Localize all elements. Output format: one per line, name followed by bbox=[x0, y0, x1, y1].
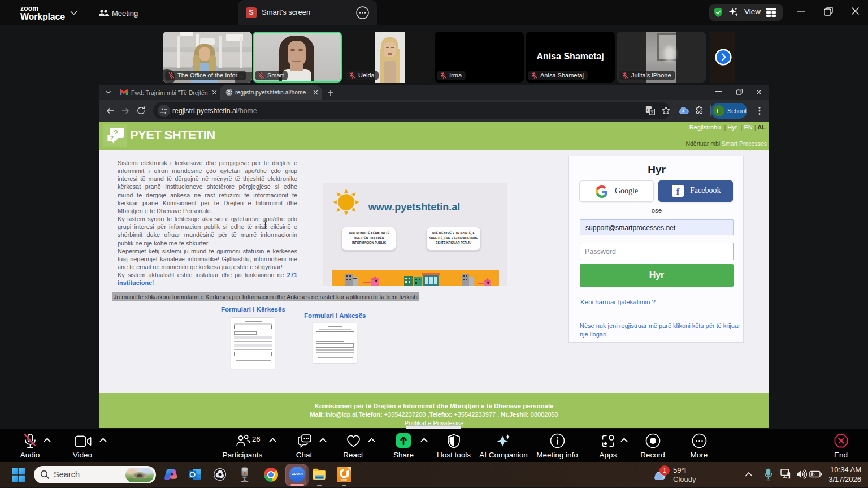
svg-text:?: ? bbox=[110, 135, 114, 141]
